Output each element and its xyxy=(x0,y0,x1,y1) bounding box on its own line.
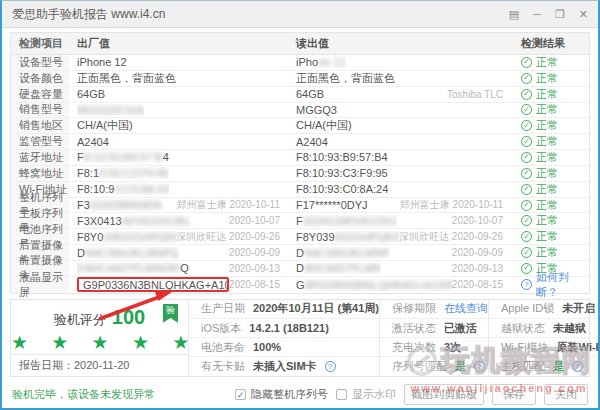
cell-value: iPhone 12 xyxy=(296,56,346,68)
online-query-link[interactable]: 在线查询 xyxy=(444,301,488,316)
table-cell: MGGQ3 xyxy=(288,104,511,116)
question-circle-icon[interactable]: ? xyxy=(474,361,485,372)
result-normal: 正常 xyxy=(536,134,558,149)
check-circle-icon: ✓ xyxy=(521,247,532,258)
check-circle-icon: ✓ xyxy=(521,152,532,163)
table-row: 液晶显示屏G9P0336N3BNLQHKAG+A100000...2020-08… xyxy=(11,277,589,293)
result-cell: ✓正常 xyxy=(511,71,589,86)
cell-value: D4HC4437PLMN xyxy=(296,262,381,274)
row-label: 销售型号 xyxy=(11,103,69,118)
table-cell: F8:10:93:C3:F9:95 xyxy=(288,167,511,179)
table-row: 主板序列号F3X0413AFHG22HJKL2020-10-07F3X0413A… xyxy=(11,213,589,229)
redacted-text: 3:C0:8A:24 xyxy=(114,183,169,195)
cell-annotation: 2020-09-13 xyxy=(229,263,288,274)
screenshot-clipboard-button[interactable]: 截图到剪贴板 xyxy=(404,384,484,405)
close-button[interactable]: 关闭 xyxy=(544,384,588,405)
star-rating: ★ ★ ★ ★ ★ xyxy=(11,331,188,354)
cell-value: F3G0429MKMD6 xyxy=(77,199,163,211)
redacted-text: G0429MKMD6 xyxy=(90,199,163,211)
report-content: 检测项目 出厂值 读出值 检测结果 设备型号iPhone 12iPhone 12… xyxy=(2,28,598,408)
result-cell: ✓正常 xyxy=(511,166,589,181)
hide-serial-label[interactable]: 隐藏整机序列号 xyxy=(251,387,328,402)
info-value: 3次 xyxy=(444,340,461,355)
info-value: 100% xyxy=(253,341,281,353)
cell-value: A2404 xyxy=(77,136,109,148)
close-icon[interactable]: ✕ xyxy=(579,9,588,20)
table-row: 蓝牙地址F8:10:93:B9:57:B4F8:10:93:B9:57:B4✓正… xyxy=(11,150,589,166)
show-watermark-label[interactable]: 显示水印 xyxy=(352,387,396,402)
cell-value: D4HC4437PLMN040Q xyxy=(77,262,189,274)
show-watermark-checkbox[interactable] xyxy=(336,389,347,400)
table-cell: 正面黑色，背面蓝色 xyxy=(69,71,288,86)
table-cell: 64GBToshiba TLC xyxy=(288,88,511,100)
info-label: 电池寿命 xyxy=(201,340,245,355)
result-cell: ✓正常 xyxy=(511,182,589,197)
row-label: 设备型号 xyxy=(11,55,69,70)
result-normal: 正常 xyxy=(536,182,558,197)
redacted-text: N4C39HJKLMNP xyxy=(304,247,390,259)
redacted-text: AFHG22HJKL xyxy=(122,215,192,227)
header-result: 检测结果 xyxy=(511,36,589,51)
save-button[interactable]: 保存 xyxy=(492,384,536,405)
table-cell: D4HC4437PLMN2020-09-13 xyxy=(288,262,511,274)
restore-icon[interactable]: ❐ xyxy=(555,9,565,20)
table-cell: 64GB xyxy=(69,88,288,100)
window-controls: ▤ ─ ❐ ✕ xyxy=(509,9,588,20)
row-label: 设备颜色 xyxy=(11,71,69,86)
cell-value: DN4C39HJKLMNP xyxy=(296,247,390,259)
highlighted-value: G9P0336N3BNLQHKAG+A100000... xyxy=(77,277,229,292)
result-normal: 正常 xyxy=(536,87,558,102)
cell-annotation: 2020-09-09 xyxy=(229,247,288,258)
table-cell: F3X0413AFHG22HJKL2020-10-07 xyxy=(69,215,288,227)
result-cell: ✓正常 xyxy=(511,118,589,133)
cell-value: F8:10:93:B9:57:B4 xyxy=(296,151,388,163)
table-cell: CH/A(中国) xyxy=(288,118,511,133)
detection-table: 检测项目 出厂值 读出值 检测结果 设备型号iPhone 12iPhone 12… xyxy=(10,32,590,294)
info-row: Wi-Fi模块原装Wi-Fi xyxy=(489,338,600,357)
redacted-text: 3X0413AFHG22HJ xyxy=(303,215,397,227)
hide-serial-checkbox[interactable]: ✓ xyxy=(235,389,246,400)
check-circle-icon: ✓ xyxy=(521,168,532,179)
info-label: Apple ID锁 xyxy=(501,301,554,316)
table-cell: iPhone 12 xyxy=(69,56,288,68)
table-header-row: 检测项目 出厂值 读出值 检测结果 xyxy=(11,33,589,55)
verified-ribbon-icon: 验 xyxy=(163,304,178,323)
table-cell: 正面黑色，背面蓝色 xyxy=(288,71,511,86)
info-row: 生产日期2020年10月11日 (第41周) xyxy=(189,300,379,319)
result-cell: ✓正常 xyxy=(511,198,589,213)
info-row: iOS版本14.2.1 (18B121) xyxy=(189,319,379,338)
table-row: 整机序列号F3G0429MKMD6郑州富士康 2020-10-11F17****… xyxy=(11,198,589,214)
score-label: 验机评分 xyxy=(54,312,106,327)
verification-report-window: 爱思助手验机报告 www.i4.cn ▤ ─ ❐ ✕ 检测项目 出厂值 读出值 … xyxy=(0,0,600,410)
check-circle-icon: ✓ xyxy=(521,200,532,211)
info-label: 充电次数 xyxy=(392,340,436,355)
info-label: 生产日期 xyxy=(201,301,245,316)
question-circle-icon[interactable]: ? xyxy=(325,361,336,372)
info-label: iOS版本 xyxy=(201,321,241,336)
cell-annotation: 2020-09-09 xyxy=(452,247,511,258)
table-cell: A2404 xyxy=(69,136,288,148)
info-label: Wi-Fi模块 xyxy=(501,340,549,355)
info-column-production: 生产日期2020年10月11日 (第41周)iOS版本14.2.1 (18B12… xyxy=(189,300,380,376)
cell-value: F8Y039602GHPQRSV xyxy=(77,231,176,243)
check-circle-icon: ✓ xyxy=(521,120,532,131)
howto-link[interactable]: 如何判断？ xyxy=(536,270,589,300)
result-cell: ✓正常 xyxy=(511,55,589,70)
cell-value: F8:10:93:C0:8A:24 xyxy=(77,183,169,195)
question-circle-icon[interactable]: ? xyxy=(572,361,583,372)
info-row: Apple ID锁未开启? xyxy=(489,300,600,319)
cell-annotation: 2020-10-07 xyxy=(452,215,511,226)
score-area: 验机评分100 验 ★ ★ ★ ★ ★ xyxy=(11,300,188,354)
info-label: 越狱状态 xyxy=(501,321,545,336)
table-cell: F8:10:93:B9:57:B4 xyxy=(69,151,288,163)
menu-icon[interactable]: ▤ xyxy=(509,9,519,20)
result-normal: 正常 xyxy=(536,213,558,228)
table-cell: iPhone 12 xyxy=(288,56,511,68)
table-row: 蜂窝地址F8:10:93:C3:F9:95F8:10:93:C3:F9:95✓正… xyxy=(11,166,589,182)
cell-value: G9P0336N3BNLQHKAG+A1000... xyxy=(296,279,452,291)
window-title: 爱思助手验机报告 www.i4.cn xyxy=(12,6,165,23)
redacted-text: 39602GHPQRSV xyxy=(103,231,176,243)
row-label: 液晶显示屏 xyxy=(11,277,69,293)
cell-value: DN4C39HJKLMNPQ xyxy=(77,247,179,259)
minimize-icon[interactable]: ─ xyxy=(533,9,541,20)
